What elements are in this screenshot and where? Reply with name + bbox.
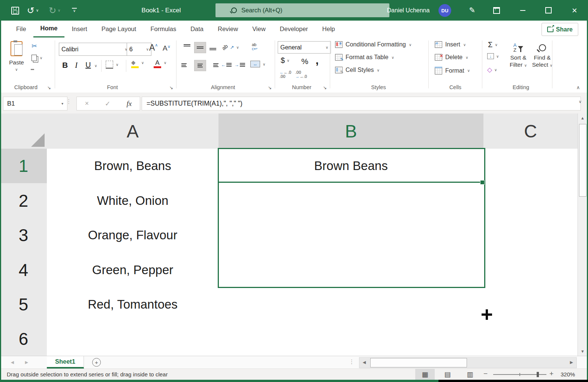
column-header-A[interactable]: A [47, 113, 219, 149]
tab-developer[interactable]: Developer [273, 21, 315, 37]
accounting-format-button[interactable]: $∨ [281, 56, 289, 65]
name-box-arrow-icon[interactable]: ▾ [61, 101, 63, 106]
fill-color-button[interactable]: ◆∨ [131, 59, 144, 66]
alignment-dialog-launcher[interactable]: ↘ [268, 85, 272, 90]
row-header-1[interactable]: 1 [0, 149, 48, 184]
wrap-text-button[interactable]: ab c↩ [252, 43, 257, 51]
page-layout-view-button[interactable]: ▤ [438, 369, 457, 380]
format-cells-button[interactable]: Format∨ [435, 67, 470, 75]
tab-help[interactable]: Help [315, 21, 342, 37]
align-left-button[interactable] [181, 60, 193, 70]
tab-insert[interactable]: Insert [64, 21, 94, 37]
clear-button[interactable]: ◇∨ [487, 66, 497, 74]
zoom-level[interactable]: 320% [561, 371, 575, 378]
sheet-nav-prev-icon[interactable]: ◀ [7, 356, 18, 369]
conditional-formatting-button[interactable]: Conditional Formatting∨ [335, 41, 411, 48]
page-break-view-button[interactable]: ▥ [460, 369, 480, 380]
increase-indent-button[interactable]: → [235, 62, 245, 67]
decrease-indent-button[interactable]: ← [221, 62, 232, 67]
column-header-B[interactable]: B [218, 113, 484, 150]
share-button[interactable]: Share [542, 23, 578, 36]
scroll-up-icon[interactable]: ▲ [578, 113, 587, 122]
underline-chevron[interactable]: ∨ [94, 64, 97, 68]
scroll-left-icon[interactable]: ◀ [359, 358, 369, 367]
cancel-icon[interactable]: × [85, 100, 89, 107]
enter-icon[interactable]: ✓ [105, 100, 111, 108]
user-name[interactable]: Daniel Uchenna [383, 0, 434, 21]
sheet-tab-sheet1[interactable]: Sheet1 [47, 356, 84, 369]
paste-button[interactable]: Paste ∨ [6, 40, 27, 72]
row-header-3[interactable]: 3 [0, 218, 47, 253]
add-sheet-button[interactable]: + [92, 358, 101, 367]
minimize-button[interactable] [514, 0, 531, 21]
vertical-scrollbar[interactable]: ▲ ▼ [578, 113, 587, 356]
zoom-in-button[interactable]: + [549, 370, 554, 378]
insert-cells-button[interactable]: Insert∨ [435, 41, 466, 48]
cell-C1[interactable] [483, 149, 578, 184]
horizontal-scrollbar[interactable]: ◀ ▶ [359, 357, 577, 368]
row-header-4[interactable]: 4 [0, 252, 47, 288]
align-right-button[interactable] [207, 60, 218, 70]
fill-button[interactable]: ↓∨ [487, 53, 499, 59]
cell-B5[interactable] [218, 287, 484, 322]
tab-home[interactable]: Home [33, 20, 65, 38]
row-header-6[interactable]: 6 [0, 322, 47, 356]
borders-button[interactable]: ∨ [106, 61, 118, 69]
merge-center-button[interactable]: ↔∨ [250, 61, 265, 67]
font-size-combobox[interactable]: 6∨ [127, 43, 151, 56]
decrease-font-size-button[interactable]: A∨ [163, 44, 171, 52]
column-header-C[interactable]: C [483, 113, 578, 149]
format-as-table-button[interactable]: Format as Table∨ [335, 54, 394, 61]
underline-button[interactable]: U [85, 61, 91, 69]
increase-font-size-button[interactable]: A∧ [149, 43, 158, 53]
tab-formulas[interactable]: Formulas [143, 21, 183, 37]
cell-C4[interactable] [483, 252, 578, 288]
tab-scrollbar-splitter[interactable]: ⋮ [349, 358, 355, 365]
select-all-corner[interactable] [0, 113, 47, 149]
close-button[interactable]: × [565, 0, 584, 21]
font-name-combobox[interactable]: Calibri∨ [59, 43, 130, 56]
number-format-combobox[interactable]: General∨ [278, 41, 331, 54]
cell-A5[interactable]: Red, Tomantoes [47, 287, 219, 322]
cell-A6[interactable] [47, 322, 219, 356]
cell-A2[interactable]: White, Onion [47, 183, 219, 218]
sort-filter-button[interactable]: AZ Sort & Filter ∨ [507, 41, 530, 69]
maximize-button[interactable] [540, 0, 557, 21]
undo-button[interactable]: ↺∨ [27, 0, 39, 21]
expand-formula-bar-button[interactable]: ∨ [579, 99, 582, 104]
bottom-align-button[interactable] [207, 42, 218, 52]
chevron-down-icon[interactable]: ∨ [36, 8, 39, 12]
top-align-button[interactable] [181, 42, 193, 52]
bold-button[interactable]: B [62, 61, 68, 70]
clipboard-dialog-launcher[interactable]: ↘ [47, 85, 51, 90]
cell-B2[interactable] [218, 183, 484, 218]
row-header-5[interactable]: 5 [0, 287, 47, 322]
search-box[interactable]: Search (Alt+Q) [215, 3, 389, 17]
save-icon[interactable] [11, 7, 19, 15]
cell-A1[interactable]: Brown, Beans [47, 149, 219, 184]
avatar[interactable]: DU [438, 4, 451, 17]
collapse-ribbon-button[interactable]: ∧ [576, 85, 580, 90]
cell-C5[interactable] [483, 287, 578, 322]
cell-A3[interactable]: Orange, Flavour [47, 218, 219, 253]
increase-decimal-button[interactable]: ←←.0 .00 [280, 70, 291, 79]
find-select-button[interactable]: Find & Select ∨ [531, 41, 554, 69]
cell-A4[interactable]: Green, Pepper [47, 252, 219, 288]
zoom-out-button[interactable]: − [483, 370, 488, 378]
italic-button[interactable]: I [75, 61, 78, 70]
cell-B1[interactable]: Brown Beans [218, 149, 484, 184]
sheet-nav-next-icon[interactable]: ▶ [21, 356, 32, 369]
coming-soon-icon[interactable]: ✎ [465, 0, 480, 21]
cell-C2[interactable] [483, 183, 578, 218]
insert-function-button[interactable]: fx [127, 100, 132, 108]
row-header-2[interactable]: 2 [0, 183, 47, 218]
scroll-down-icon[interactable]: ▼ [578, 347, 587, 356]
orientation-button[interactable]: ab ↗∨ [222, 44, 239, 50]
formula-input[interactable]: =SUBSTITUTE(TRIM(A1),", "," ") [142, 97, 581, 110]
cut-button[interactable]: ✂ [31, 42, 37, 50]
cell-C6[interactable] [483, 322, 578, 356]
chevron-down-icon[interactable]: ∨ [6, 67, 27, 72]
cell-styles-button[interactable]: Cell Styles∨ [335, 67, 380, 73]
copy-button[interactable]: ∨ [31, 55, 42, 61]
cell-B6[interactable] [218, 322, 484, 356]
